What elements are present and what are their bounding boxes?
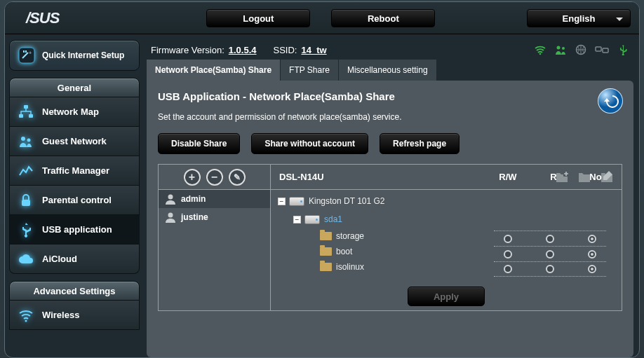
svg-text:+: + (29, 50, 32, 55)
page-description: Set the account and permission of networ… (158, 112, 622, 122)
share-without-account-button[interactable]: Share without account (251, 133, 368, 154)
svg-point-8 (25, 319, 27, 322)
nav-label: Traffic Manager (42, 165, 109, 176)
svg-point-5 (21, 137, 25, 141)
general-section-header: General (9, 78, 140, 97)
wireless-icon (17, 306, 35, 324)
perm-header-rw: R/W (494, 172, 522, 182)
tree-expander[interactable]: − (293, 216, 301, 223)
svg-point-17 (168, 195, 173, 200)
language-select[interactable]: English (527, 9, 631, 27)
perm-r-radio[interactable] (546, 235, 554, 243)
perm-rw-radio[interactable] (504, 235, 512, 243)
clients-status-icon[interactable] (554, 44, 567, 55)
nav-label: Parental control (42, 195, 112, 205)
folder-label[interactable]: storage (336, 231, 364, 241)
disk-label[interactable]: Kingston DT 101 G2 (309, 196, 385, 206)
svg-rect-4 (29, 114, 33, 118)
advanced-section-header: Advanced Settings (9, 281, 140, 301)
logout-button[interactable]: Logout (206, 9, 310, 27)
folder-icon (320, 232, 332, 240)
tab-misc-setting[interactable]: Miscellaneous setting (339, 60, 437, 81)
perm-r-radio[interactable] (546, 250, 554, 259)
svg-point-11 (562, 47, 565, 50)
wan-status-icon[interactable] (575, 44, 587, 55)
firmware-version-link[interactable]: 1.0.5.4 (229, 45, 257, 55)
perm-header-no: No (585, 172, 606, 182)
sidebar-item-guest-network[interactable]: Guest Network (9, 127, 140, 156)
sidebar-item-parental-control[interactable]: Parental control (9, 186, 140, 215)
tab-samba-share[interactable]: Network Place(Samba) Share (147, 60, 281, 81)
perm-no-radio[interactable] (588, 265, 596, 273)
svg-rect-14 (603, 48, 608, 53)
sidebar-item-aicloud[interactable]: AiCloud (9, 245, 140, 274)
drive-icon (289, 197, 304, 206)
svg-rect-3 (19, 114, 23, 118)
folder-icon (320, 247, 332, 256)
svg-point-9 (539, 53, 542, 55)
perm-no-radio[interactable] (588, 235, 596, 243)
ssid-label: SSID: (274, 45, 297, 55)
perm-row (494, 261, 606, 277)
nav-label: Network Map (42, 106, 99, 117)
perm-row (494, 230, 606, 246)
disable-share-button[interactable]: Disable Share (158, 133, 240, 154)
network-map-icon (17, 103, 35, 121)
sidebar-item-wireless[interactable]: Wireless (9, 301, 140, 330)
svg-rect-13 (596, 47, 601, 51)
usb-application-icon (17, 221, 35, 239)
guest-network-icon (17, 132, 35, 151)
perm-r-radio[interactable] (546, 265, 554, 273)
svg-point-6 (27, 138, 31, 142)
nav-label: Guest Network (42, 136, 107, 146)
firmware-label: Firmware Version: (151, 45, 224, 55)
tree-expander[interactable]: − (278, 198, 286, 205)
user-label: admin (181, 194, 206, 204)
drive-icon (304, 215, 320, 224)
user-icon (164, 211, 177, 223)
perm-header-r: R (546, 172, 561, 182)
nav-label: AiCloud (42, 254, 77, 264)
tab-ftp-share[interactable]: FTP Share (281, 60, 339, 81)
wifi-status-icon[interactable] (534, 44, 546, 55)
back-button[interactable] (597, 88, 624, 114)
perm-row (494, 246, 606, 261)
svg-rect-7 (22, 200, 30, 206)
perm-rw-radio[interactable] (504, 250, 512, 259)
svg-point-18 (168, 213, 173, 218)
user-item-admin[interactable]: admin (159, 190, 270, 208)
sidebar-item-network-map[interactable]: Network Map (9, 97, 140, 127)
perm-rw-radio[interactable] (504, 265, 512, 273)
quick-internet-setup-button[interactable]: + Quick Internet Setup (9, 40, 140, 71)
user-item-justine[interactable]: justine (159, 208, 270, 226)
asus-logo: /SUS (26, 9, 59, 27)
apply-button[interactable]: Apply (408, 287, 485, 306)
traffic-manager-icon (17, 162, 35, 180)
qis-label: Quick Internet Setup (42, 50, 124, 60)
svg-rect-0 (19, 48, 34, 63)
usb-status-icon[interactable] (617, 44, 629, 55)
reboot-button[interactable]: Reboot (331, 9, 435, 27)
svg-rect-2 (24, 105, 28, 109)
sidebar-item-usb-application[interactable]: USB application (9, 215, 140, 245)
partition-label[interactable]: sda1 (324, 214, 342, 224)
sidebar-item-traffic-manager[interactable]: Traffic Manager (9, 156, 140, 186)
folder-label[interactable]: boot (336, 247, 352, 256)
nav-label: USB application (42, 224, 112, 235)
nav-label: Wireless (42, 310, 79, 320)
link-status-icon[interactable] (595, 44, 609, 55)
folder-icon (320, 263, 332, 271)
user-label: justine (181, 212, 208, 222)
page-title: USB Application - Network Place(Samba) S… (158, 90, 622, 102)
ssid-value-link[interactable]: 14_tw (301, 45, 326, 55)
wizard-icon: + (17, 46, 36, 65)
aicloud-icon (17, 250, 35, 268)
refresh-page-button[interactable]: Refresh page (380, 133, 459, 154)
edit-user-button[interactable]: ✎ (229, 169, 246, 186)
device-name: DSL-N14U (279, 172, 324, 182)
folder-label[interactable]: isolinux (336, 262, 364, 272)
remove-user-button[interactable]: − (206, 169, 223, 186)
perm-no-radio[interactable] (588, 250, 596, 259)
parental-control-icon (17, 191, 35, 209)
add-user-button[interactable]: + (184, 169, 201, 186)
